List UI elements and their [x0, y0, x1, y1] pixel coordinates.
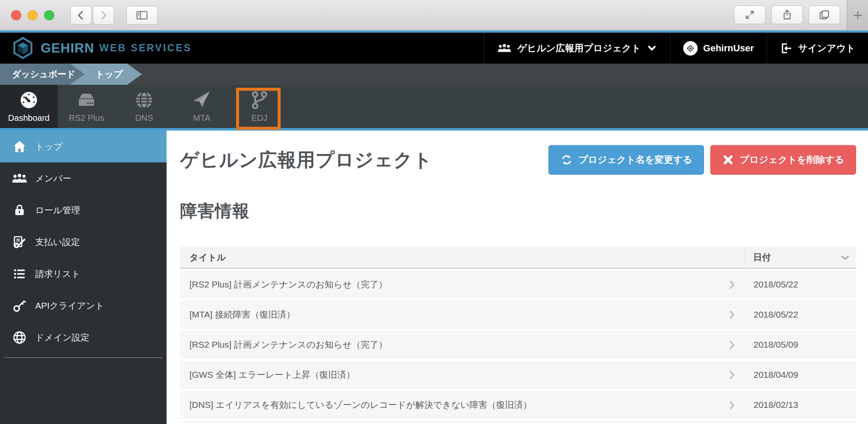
incident-date: 2018/02/13	[745, 400, 856, 410]
close-window-button[interactable]	[11, 10, 21, 20]
users-icon	[11, 172, 28, 185]
breadcrumb-label: ダッシュボード	[12, 68, 75, 80]
breadcrumb: ダッシュボード トップ	[0, 64, 868, 85]
gehirn-logo[interactable]: GEHIRN WEB SERVICES	[0, 33, 192, 64]
refresh-icon	[560, 153, 573, 166]
lock-icon	[11, 203, 28, 218]
avatar	[683, 41, 698, 56]
x-icon	[722, 154, 734, 166]
chevron-right-icon	[718, 339, 745, 350]
chevron-right-icon	[718, 309, 745, 320]
sidebar-item-label: メンバー	[35, 173, 71, 184]
expand-icon	[744, 9, 756, 21]
key-icon	[11, 298, 28, 313]
server-icon	[76, 90, 97, 110]
sidebar-divider	[4, 357, 162, 358]
browser-chrome	[0, 0, 868, 31]
column-header-date[interactable]: 日付	[745, 247, 856, 268]
paper-plane-icon	[191, 90, 212, 110]
user-menu[interactable]: GehirnUser	[670, 33, 767, 64]
sidebar-toggle-button[interactable]	[126, 6, 158, 25]
tabs-overview-button[interactable]	[809, 6, 840, 24]
nav-item-label: RS2 Plus	[69, 113, 104, 123]
sidebar-item-top[interactable]: トップ	[0, 131, 167, 162]
table-row[interactable]: [MTA] 接続障害（復旧済） 2018/05/22	[180, 301, 856, 329]
column-header-title: タイトル	[180, 247, 745, 268]
breadcrumb-item-dashboard[interactable]: ダッシュボード	[0, 64, 85, 85]
back-button[interactable]	[70, 6, 92, 25]
chevron-right-icon	[718, 279, 745, 290]
incident-title: [RS2 Plus] 計画メンテナンスのお知らせ（完了）	[180, 279, 718, 290]
incident-title: [RS2 Plus] 計画メンテナンスのお知らせ（完了）	[180, 339, 718, 351]
table-row[interactable]: [RS2 Plus] 計画メンテナンスのお知らせ（完了） 2018/05/09	[180, 331, 856, 359]
sidebar-item-api-clients[interactable]: APIクライアント	[0, 290, 167, 321]
nav-item-label: DNS	[135, 113, 153, 123]
sidebar-item-label: トップ	[35, 141, 62, 153]
incident-date: 2018/05/22	[745, 279, 856, 290]
delete-project-button[interactable]: プロジェクトを削除する	[710, 145, 856, 175]
share-button[interactable]	[771, 6, 803, 24]
signout-button[interactable]: サインアウト	[767, 33, 868, 64]
new-tab-button[interactable]	[847, 0, 868, 31]
chevron-left-icon	[75, 10, 86, 21]
sidebar-item-label: ロール管理	[35, 204, 80, 216]
delete-project-label: プロジェクトを削除する	[740, 153, 844, 166]
chevron-down-icon	[646, 44, 657, 53]
sidebar-item-payment[interactable]: ¥ 支払い設定	[0, 226, 167, 258]
incidents-table-header: タイトル 日付	[180, 247, 856, 269]
sidebar-item-label: 支払い設定	[35, 236, 80, 248]
incident-date: 2018/05/22	[745, 310, 856, 320]
sort-chevron-down-icon[interactable]	[839, 252, 851, 263]
sidebar-item-label: APIクライアント	[35, 300, 104, 312]
sidebar-item-label: 請求リスト	[35, 268, 80, 280]
fullscreen-button[interactable]	[734, 6, 765, 24]
rename-project-button[interactable]: プロジェクト名を変更する	[548, 145, 704, 175]
nav-item-rs2-plus[interactable]: RS2 Plus	[58, 85, 115, 128]
chevron-right-icon	[718, 369, 745, 380]
nav-item-label: MTA	[193, 113, 211, 123]
minimize-window-button[interactable]	[28, 10, 38, 20]
edj-highlight-box	[236, 88, 281, 130]
column-header-date-label: 日付	[753, 251, 771, 263]
nav-item-label: Dashboard	[8, 113, 50, 123]
sidebar-item-members[interactable]: メンバー	[0, 162, 167, 194]
nav-item-dashboard[interactable]: Dashboard	[0, 85, 58, 128]
project-sidebar: トップ メンバー ロール管理 ¥ 支払い設定 請求リスト APIクライアント ド…	[0, 131, 167, 424]
sidebar-item-invoices[interactable]: 請求リスト	[0, 258, 167, 290]
table-row[interactable]: [RS2 Plus] 計画メンテナンスのお知らせ（完了） 2018/05/22	[180, 271, 856, 298]
nav-item-dns[interactable]: DNS	[115, 85, 173, 128]
share-icon	[781, 9, 793, 21]
incident-title: [MTA] 接続障害（復旧済）	[180, 309, 718, 321]
breadcrumb-label: トップ	[95, 68, 122, 80]
gehirn-hexagon-icon	[11, 36, 35, 60]
project-selector[interactable]: ゲヒルン広報用プロジェクト	[484, 33, 670, 64]
plus-icon	[852, 9, 864, 21]
gauge-icon	[19, 90, 39, 110]
chevron-right-icon	[98, 10, 109, 21]
logo-text-primary: GEHIRN	[41, 41, 95, 56]
zoom-window-button[interactable]	[44, 10, 54, 20]
signout-label: サインアウト	[798, 42, 855, 55]
forward-button[interactable]	[93, 6, 114, 25]
payment-icon: ¥	[11, 234, 28, 250]
section-title-incidents: 障害情報	[180, 199, 250, 223]
tabs-icon	[818, 9, 830, 21]
list-icon	[11, 267, 28, 281]
svg-text:¥: ¥	[15, 243, 18, 248]
table-row-partial	[180, 421, 856, 423]
table-row[interactable]: [DNS] エイリアスを有効にしているゾーンのレコードが解決できない障害（復旧済…	[180, 391, 856, 419]
site-header: GEHIRN WEB SERVICES ゲヒルン広報用プロジェクト Gehirn…	[0, 31, 868, 64]
window-controls	[11, 10, 54, 20]
project-selector-label: ゲヒルン広報用プロジェクト	[517, 42, 641, 55]
incident-date: 2018/05/09	[745, 340, 856, 350]
incidents-table: タイトル 日付 [RS2 Plus] 計画メンテナンスのお知らせ（完了） 201…	[180, 247, 856, 423]
sidebar-item-domains[interactable]: ドメイン設定	[0, 321, 167, 353]
users-group-icon	[497, 43, 512, 54]
table-row[interactable]: [GWS 全体] エラーレート上昇（復旧済） 2018/04/09	[180, 361, 856, 389]
sidebar-item-roles[interactable]: ロール管理	[0, 194, 167, 226]
nav-item-mta[interactable]: MTA	[173, 85, 231, 128]
home-icon	[11, 139, 28, 154]
chevron-right-icon	[718, 399, 745, 410]
username-label: GehirnUser	[703, 43, 754, 54]
globe-icon	[134, 90, 154, 110]
